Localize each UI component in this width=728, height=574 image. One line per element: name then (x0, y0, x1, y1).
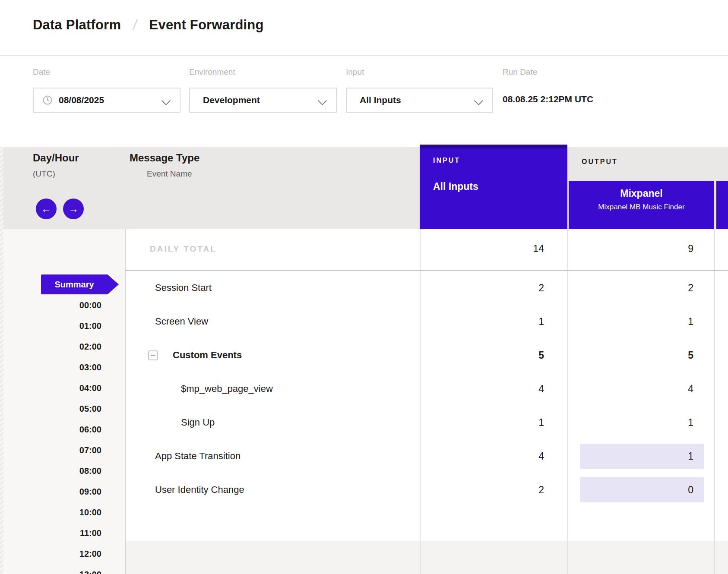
row-output-value: 1 (580, 444, 704, 469)
hour-item-0900[interactable]: 09:00 (0, 481, 101, 502)
row-input-value: 2 (420, 473, 544, 507)
event-name-column-subtitle: Event Name (147, 169, 192, 179)
row-input-value: 5 (420, 338, 544, 372)
hour-item-1000[interactable]: 10:00 (0, 502, 101, 523)
table-row-app-state-transition: App State Transition 4 1 (0, 439, 728, 473)
row-output-value: 0 (580, 477, 704, 502)
hour-item-1100[interactable]: 11:00 (0, 523, 101, 543)
chevron-down-icon (474, 96, 483, 105)
input-value: All Inputs (360, 95, 401, 105)
table-row-custom-events: Custom Events 5 5 (0, 338, 728, 372)
table-row-user-identity-change: User Identity Change 2 0 (0, 473, 728, 507)
row-output-value: 5 (567, 338, 693, 372)
run-date-label: Run Date (503, 67, 537, 77)
day-hour-column-title: Day/Hour (33, 152, 79, 164)
hour-item-0100[interactable]: 01:00 (0, 315, 101, 336)
next-output-column-partial (716, 181, 728, 229)
row-input-value: 1 (420, 305, 544, 338)
summary-tag[interactable]: Summary (41, 274, 119, 294)
hour-item-0500[interactable]: 05:00 (0, 398, 101, 419)
collapse-minus-icon[interactable] (148, 350, 158, 360)
row-label: User Identity Change (155, 473, 244, 507)
breadcrumb: Data Platform / Event Forwarding (33, 16, 264, 33)
run-date-value: 08.08.25 2:12PM UTC (503, 94, 593, 104)
input-section-label: INPUT (433, 157, 460, 164)
arrow-left-icon[interactable]: ← (36, 199, 57, 219)
daily-total-input-value: 14 (420, 243, 544, 255)
clock-icon (42, 95, 53, 105)
row-input-value: 2 (420, 271, 544, 305)
row-label: Sign Up (181, 406, 215, 439)
discrepancy-highlight-cell: 1 (580, 444, 704, 469)
input-filter-label: Input (346, 67, 364, 77)
minus-glyph (151, 355, 155, 356)
row-input-value: 4 (420, 439, 544, 473)
output-connection-name: Mixpanel MB Music Finder (598, 202, 684, 212)
hour-item-0800[interactable]: 08:00 (0, 460, 101, 481)
chevron-down-icon (318, 96, 327, 105)
hour-item-0000[interactable]: 00:00 (0, 295, 101, 315)
row-input-value: 4 (420, 372, 544, 406)
row-input-value: 1 (420, 406, 544, 439)
table-row-screen-view: Screen View 1 1 (0, 305, 728, 338)
environment-dropdown[interactable]: Development (189, 88, 337, 113)
chevron-down-icon (161, 96, 171, 105)
row-label: Screen View (155, 305, 208, 338)
row-label: $mp_web_page_view (181, 372, 273, 406)
input-column-name: All Inputs (433, 181, 478, 192)
message-type-column-title: Message Type (130, 152, 199, 164)
breadcrumb-data-platform[interactable]: Data Platform (33, 17, 121, 33)
event-forwarding-page: Data Platform / Event Forwarding Date En… (0, 0, 728, 574)
date-filter-label: Date (33, 67, 50, 77)
input-column-accent-strip (420, 145, 567, 148)
row-label: Session Start (155, 271, 212, 305)
day-hour-column-subtitle: (UTC) (33, 169, 55, 179)
row-label: App State Transition (155, 439, 241, 473)
hour-item-0600[interactable]: 06:00 (0, 419, 101, 440)
hour-item-0300[interactable]: 03:00 (0, 357, 101, 378)
hour-item-1200[interactable]: 12:00 (0, 543, 101, 564)
output-column-header-mixpanel[interactable]: Mixpanel Mixpanel MB Music Finder (569, 181, 714, 229)
page-title: Event Forwarding (149, 17, 264, 33)
environment-filter-label: Environment (189, 67, 235, 77)
row-output-value: 2 (567, 271, 693, 305)
hour-item-1300[interactable]: 13:00 (0, 564, 101, 574)
table-footer-area (125, 541, 728, 574)
hour-item-0200[interactable]: 02:00 (0, 336, 101, 357)
daily-total-label: DAILY TOTAL (150, 244, 217, 254)
breadcrumb-separator: / (132, 16, 138, 33)
hour-item-0400[interactable]: 04:00 (0, 378, 101, 398)
row-output-value: 4 (567, 372, 693, 406)
input-dropdown[interactable]: All Inputs (346, 88, 493, 113)
discrepancy-highlight-cell: 0 (580, 477, 704, 502)
hour-item-0700[interactable]: 07:00 (0, 440, 101, 460)
date-dropdown[interactable]: 08/08/2025 (33, 88, 180, 113)
input-column-header[interactable]: INPUT All Inputs (420, 145, 567, 229)
summary-tag-label: Summary (41, 274, 108, 294)
row-output-value: 1 (567, 305, 693, 338)
daily-total-output-value: 9 (567, 243, 693, 255)
row-label: Custom Events (173, 338, 242, 372)
output-section-label: OUTPUT (582, 158, 618, 166)
table-row-mp-web-page-view: $mp_web_page_view 4 4 (0, 372, 728, 406)
output-name: Mixpanel (620, 187, 662, 199)
date-value: 08/08/2025 (59, 95, 104, 105)
breadcrumb-bar: Data Platform / Event Forwarding (0, 0, 728, 56)
environment-value: Development (203, 95, 260, 105)
arrow-right-icon[interactable]: → (63, 199, 84, 219)
row-output-value: 1 (567, 406, 693, 439)
table-row-sign-up: Sign Up 1 1 (0, 406, 728, 439)
